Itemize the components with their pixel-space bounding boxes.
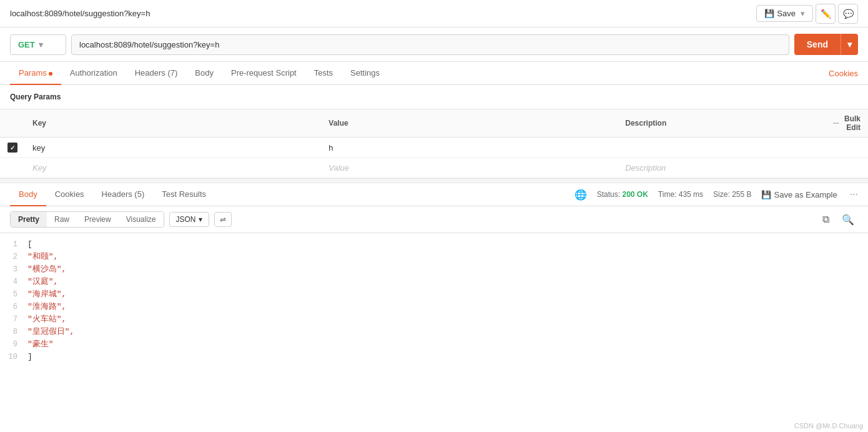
- status-code: 200 OK: [622, 190, 648, 199]
- bulk-edit-button[interactable]: Bulk Edit: [844, 114, 861, 132]
- string-value: "淮海路",: [27, 302, 66, 311]
- string-value: "汉庭",: [27, 277, 58, 286]
- placeholder-key: Key: [32, 163, 46, 173]
- code-line: 8"皇冠假日",: [5, 326, 868, 338]
- response-tab-cookies[interactable]: Cookies: [46, 183, 93, 206]
- line-number: 4: [5, 276, 27, 288]
- line-content: "豪生": [27, 338, 54, 351]
- line-number: 7: [5, 313, 27, 326]
- wrap-icon: ⇌: [220, 215, 226, 224]
- tab-tests[interactable]: Tests: [305, 62, 342, 85]
- key-value: key: [32, 143, 45, 153]
- code-line: 3"横沙岛",: [5, 263, 868, 276]
- code-line: 6"淮海路",: [5, 301, 868, 313]
- copy-button[interactable]: ⧉: [819, 213, 833, 227]
- method-label: GET: [18, 40, 35, 49]
- line-number: 3: [5, 263, 27, 276]
- save-button[interactable]: 💾 Save ▾: [756, 5, 813, 22]
- edit-icon: ✏️: [821, 9, 831, 19]
- row-key[interactable]: key: [25, 138, 321, 158]
- string-value: "横沙岛",: [27, 264, 66, 274]
- table-row-empty: Key Value Description: [0, 158, 868, 178]
- view-raw[interactable]: Raw: [47, 212, 77, 227]
- row-description[interactable]: [618, 138, 826, 158]
- save-example-label: Save as Example: [774, 190, 837, 199]
- wrap-button[interactable]: ⇌: [214, 212, 232, 227]
- view-mode-group: Pretty Raw Preview Visualize: [10, 211, 164, 228]
- view-visualize[interactable]: Visualize: [119, 212, 164, 227]
- save-icon: 💾: [764, 9, 774, 18]
- params-table: Key Value Description ··· Bulk Edit key: [0, 109, 868, 178]
- format-bar: Pretty Raw Preview Visualize JSON ▾ ⇌ ⧉ …: [0, 206, 868, 233]
- line-content: "火车站",: [27, 313, 66, 326]
- line-content: "汉庭",: [27, 276, 58, 288]
- title-actions: 💾 Save ▾ ✏️ 💬: [756, 4, 858, 24]
- send-dropdown-icon[interactable]: ▾: [841, 34, 858, 55]
- code-line: 1[: [5, 238, 868, 251]
- comment-icon-button[interactable]: 💬: [838, 4, 858, 24]
- response-tab-test-results[interactable]: Test Results: [153, 183, 215, 206]
- line-number: 1: [5, 238, 27, 251]
- format-dropdown-icon: ▾: [199, 215, 202, 224]
- code-line: 10]: [5, 351, 868, 363]
- tab-body[interactable]: Body: [186, 62, 222, 85]
- url-input[interactable]: [71, 34, 789, 55]
- tab-headers[interactable]: Headers (7): [126, 62, 187, 85]
- tab-settings[interactable]: Settings: [342, 62, 388, 85]
- line-number: 2: [5, 251, 27, 263]
- line-number: 8: [5, 326, 27, 338]
- bulk-more-icon[interactable]: ···: [833, 119, 839, 128]
- line-number: 10: [5, 351, 27, 363]
- response-tab-headers[interactable]: Headers (5): [93, 183, 154, 206]
- line-content: "海岸城",: [27, 288, 66, 301]
- method-dropdown-icon: ▾: [39, 40, 43, 49]
- string-value: "豪生": [27, 339, 54, 349]
- tab-pre-request-script[interactable]: Pre-request Script: [222, 62, 305, 85]
- placeholder-value: Value: [328, 163, 349, 173]
- save-as-example-button[interactable]: 💾 Save as Example: [761, 190, 837, 199]
- method-select[interactable]: GET ▾: [10, 34, 66, 55]
- row-checkbox[interactable]: [7, 143, 17, 153]
- th-key: Key: [25, 109, 321, 138]
- string-value: "海岸城",: [27, 289, 66, 299]
- request-tabs: Params Authorization Headers (7) Body Pr…: [0, 62, 868, 85]
- line-content: "淮海路",: [27, 301, 66, 313]
- params-dot: [49, 72, 52, 76]
- response-more-icon[interactable]: ···: [850, 189, 858, 200]
- line-number: 6: [5, 301, 27, 313]
- search-button[interactable]: 🔍: [838, 213, 858, 227]
- time-label: Time:: [658, 190, 677, 199]
- code-line: 9"豪生": [5, 338, 868, 351]
- section-divider: [0, 178, 868, 183]
- size-value: 255 B: [732, 190, 751, 199]
- view-preview[interactable]: Preview: [77, 212, 119, 227]
- comment-icon: 💬: [843, 9, 854, 19]
- line-content: [: [27, 238, 32, 251]
- format-right-actions: ⧉ 🔍: [819, 213, 858, 227]
- edit-icon-button[interactable]: ✏️: [816, 4, 836, 24]
- query-params-section: Query Params Key Value Description ··· B…: [0, 85, 868, 178]
- cookies-link[interactable]: Cookies: [829, 63, 858, 84]
- row-value[interactable]: h: [321, 138, 618, 158]
- th-actions: ··· Bulk Edit: [826, 109, 868, 138]
- th-value: Value: [321, 109, 618, 138]
- tab-params[interactable]: Params: [10, 62, 61, 85]
- table-row: key h: [0, 138, 868, 158]
- format-select[interactable]: JSON ▾: [169, 212, 209, 227]
- string-value: "皇冠假日",: [27, 327, 74, 336]
- view-pretty[interactable]: Pretty: [11, 212, 47, 227]
- line-number: 9: [5, 338, 27, 351]
- send-button[interactable]: Send ▾: [794, 34, 858, 55]
- line-content: ]: [27, 351, 32, 363]
- code-line: 2"和颐",: [5, 251, 868, 263]
- size-label: Size:: [713, 190, 730, 199]
- response-tab-body[interactable]: Body: [10, 183, 46, 206]
- string-value: "和颐",: [27, 252, 58, 261]
- title-url: localhost:8089/hotel/suggestion?key=h: [10, 9, 150, 18]
- row-checkbox-cell[interactable]: [0, 138, 25, 158]
- line-content: "皇冠假日",: [27, 326, 74, 338]
- line-content: "横沙岛",: [27, 263, 66, 276]
- line-content: "和颐",: [27, 251, 58, 263]
- row-actions: [826, 138, 868, 158]
- tab-authorization[interactable]: Authorization: [61, 62, 126, 85]
